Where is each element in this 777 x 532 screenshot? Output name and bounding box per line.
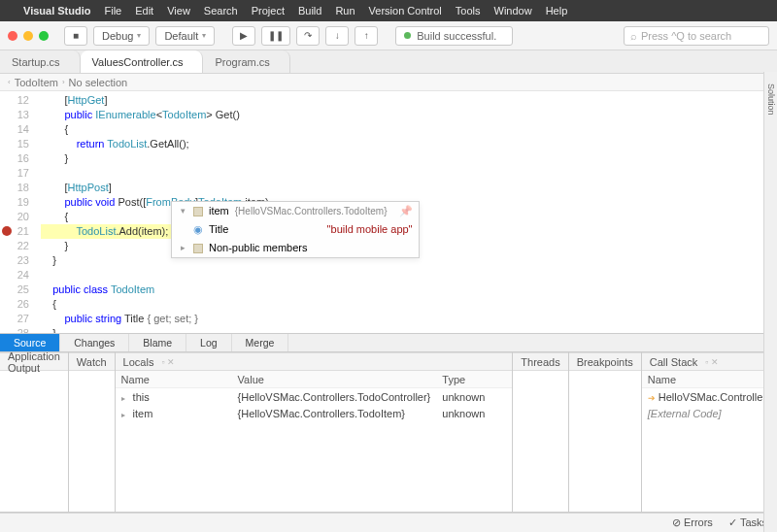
col-name: Name: [642, 374, 777, 385]
local-value: {HelloVSMac.Controllers.TodoController}: [232, 391, 437, 403]
code-line[interactable]: return TodoList.GetAll();: [41, 137, 299, 151]
menu-search[interactable]: Search: [204, 5, 238, 17]
callstack-panel-title: Call Stack: [650, 356, 698, 368]
debug-datatip[interactable]: ▾item{HelloVSMac.Controllers.TodoItem}📌◉…: [171, 201, 420, 258]
solution-tab[interactable]: Solution: [766, 78, 776, 121]
breadcrumb[interactable]: ‹ TodoItem › No selection: [0, 74, 777, 91]
minimize-window-button[interactable]: [23, 31, 33, 41]
col-value: Value: [232, 374, 437, 385]
menu-window[interactable]: Window: [494, 5, 532, 17]
menu-project[interactable]: Project: [252, 5, 285, 17]
locals-panel-title: Locals: [123, 356, 154, 368]
callstack-row[interactable]: [External Code]: [642, 405, 777, 421]
locals-panel[interactable]: Locals▫ ✕ Name Value Type ▸this{HelloVSM…: [116, 352, 514, 512]
menu-build[interactable]: Build: [298, 5, 321, 17]
menu-run[interactable]: Run: [335, 5, 355, 17]
expand-icon[interactable]: [178, 225, 187, 235]
menubar: Visual Studio File Edit View Search Proj…: [0, 0, 777, 21]
tab-startup[interactable]: Startup.cs: [0, 50, 81, 73]
code-line[interactable]: {: [41, 297, 299, 312]
output-panel-title: Application Output: [8, 350, 60, 374]
expand-icon[interactable]: ▸: [121, 411, 129, 419]
blame-tab[interactable]: Blame: [129, 334, 186, 351]
step-over-button[interactable]: ↷: [296, 26, 320, 46]
chevron-icon: ›: [62, 78, 65, 86]
threads-panel[interactable]: Threads: [513, 352, 568, 512]
code-line[interactable]: [41, 268, 299, 283]
close-window-button[interactable]: [8, 31, 17, 41]
pause-button[interactable]: ❚❚: [261, 26, 290, 46]
zoom-window-button[interactable]: [39, 31, 49, 41]
menu-file[interactable]: File: [104, 5, 121, 17]
code-line[interactable]: public class TodoItem: [41, 283, 299, 297]
source-tab[interactable]: Source: [0, 334, 60, 351]
code-line[interactable]: }: [41, 151, 299, 166]
callstack-panel[interactable]: Call Stack▫ ✕ Name ➔HelloVSMac.Controlle…: [642, 352, 777, 512]
menu-app[interactable]: Visual Studio: [23, 5, 90, 17]
debug-panels: Application Output Watch Locals▫ ✕ Name …: [0, 352, 777, 513]
menu-tools[interactable]: Tools: [456, 5, 481, 17]
tab-program[interactable]: Program.cs: [203, 50, 289, 73]
tab-label: ValuesController.cs: [92, 56, 184, 68]
pin-icon[interactable]: ▫ ✕: [705, 357, 719, 367]
pin-icon[interactable]: 📌: [399, 204, 413, 218]
watch-panel[interactable]: Watch: [69, 352, 116, 512]
col-type: Type: [436, 374, 512, 385]
col-name: Name: [116, 374, 232, 385]
menu-help[interactable]: Help: [546, 5, 568, 17]
errors-status[interactable]: ⊘Errors: [672, 516, 713, 529]
editor-tabs: Startup.cs ValuesController.cs Program.c…: [0, 50, 777, 74]
locals-row[interactable]: ▸item{HelloVSMac.Controllers.TodoItem}un…: [116, 405, 513, 421]
search-input[interactable]: ⌕Press ^Q to search: [624, 26, 769, 46]
editor-bottom-tabs: Source Changes Blame Log Merge: [0, 333, 777, 352]
tasks-status[interactable]: ✓Tasks: [728, 516, 767, 529]
folder-icon: [193, 207, 203, 216]
frame-text: [External Code]: [648, 408, 722, 419]
changes-tab[interactable]: Changes: [60, 334, 129, 351]
expand-icon[interactable]: ▸: [178, 244, 187, 253]
datatip-row[interactable]: ▾item{HelloVSMac.Controllers.TodoItem}📌: [172, 202, 419, 220]
target-select[interactable]: Default▾: [155, 26, 215, 46]
expand-icon[interactable]: ▸: [121, 394, 129, 403]
menu-edit[interactable]: Edit: [135, 5, 153, 17]
code-line[interactable]: [HttpPost]: [41, 181, 299, 195]
code-editor[interactable]: 1213141516171819202122232425262728293031…: [0, 91, 777, 333]
callstack-row[interactable]: ➔HelloVSMac.Controllers.TodoController.P…: [642, 388, 777, 405]
menu-vcs[interactable]: Version Control: [369, 5, 442, 17]
chevron-down-icon: ▾: [202, 31, 206, 40]
statusbar: ⊘Errors ✓Tasks: [0, 513, 777, 532]
step-in-button[interactable]: ↓: [325, 26, 349, 46]
side-panel[interactable]: Solution: [763, 72, 777, 532]
log-tab[interactable]: Log: [186, 334, 232, 351]
run-config-select[interactable]: Debug▾: [93, 26, 150, 46]
expand-icon[interactable]: ▾: [178, 207, 187, 216]
step-out-button[interactable]: ↑: [355, 26, 378, 46]
callstack-header: Name: [642, 371, 777, 388]
breakpoint-icon[interactable]: [2, 226, 12, 236]
datatip-row[interactable]: ▸Non-public members: [172, 239, 419, 257]
stop-button[interactable]: ■: [64, 26, 87, 46]
check-icon: ✓: [728, 516, 737, 528]
breakpoints-panel[interactable]: Breakpoints: [569, 352, 642, 512]
code-line[interactable]: public string Title { get; set; }: [41, 312, 299, 326]
local-type: unknown: [436, 408, 512, 419]
code-line[interactable]: public IEnumerable<TodoItem> Get(): [41, 108, 299, 122]
output-panel[interactable]: Application Output: [0, 352, 69, 512]
menu-view[interactable]: View: [167, 5, 190, 17]
build-status-text: Build successful.: [417, 30, 496, 42]
breadcrumb-class[interactable]: TodoItem: [15, 77, 58, 88]
code-line[interactable]: }: [41, 326, 299, 333]
code-line[interactable]: [HttpGet]: [41, 93, 299, 108]
code-line[interactable]: {: [41, 122, 299, 137]
play-button[interactable]: ▶: [232, 26, 255, 46]
pin-icon[interactable]: ▫ ✕: [161, 357, 175, 367]
tab-valuescontroller[interactable]: ValuesController.cs: [81, 50, 204, 73]
breadcrumb-member[interactable]: No selection: [69, 77, 128, 88]
target-label: Default: [164, 30, 198, 42]
folder-icon: [193, 244, 203, 253]
merge-tab[interactable]: Merge: [232, 334, 289, 351]
code-line[interactable]: [41, 166, 299, 181]
datatip-row[interactable]: ◉Title"build mobile app": [172, 220, 419, 239]
local-name: this: [133, 391, 150, 403]
locals-row[interactable]: ▸this{HelloVSMac.Controllers.TodoControl…: [116, 388, 513, 405]
